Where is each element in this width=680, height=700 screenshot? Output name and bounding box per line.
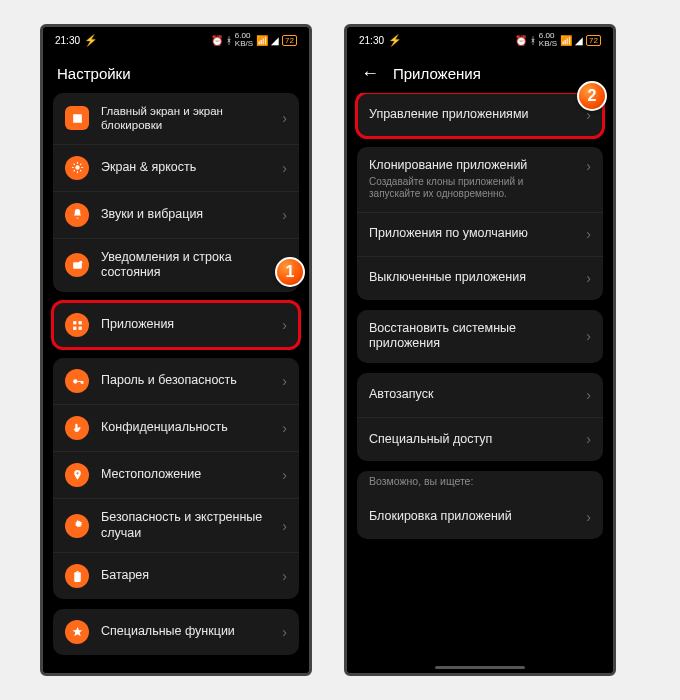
alarm-icon: ⏰ — [211, 35, 223, 46]
page-title: Приложения — [393, 65, 481, 82]
apps-item-clone[interactable]: Клонирование приложений Создавайте клоны… — [357, 147, 603, 212]
signal-sim1-icon: 📶 — [256, 35, 268, 46]
apps-item-manage[interactable]: Управление приложениями › — [357, 93, 603, 137]
bolt-icon: ⚡ — [84, 34, 98, 47]
screenshot-2: 21:30 ⚡ ⏰ ᚼ 6.00KB/S 📶 ◢ 72 ← Приложения… — [344, 24, 616, 676]
settings-item-location[interactable]: Местоположение › — [53, 451, 299, 498]
settings-item-display[interactable]: Экран & яркость › — [53, 144, 299, 191]
chevron-right-icon: › — [282, 207, 287, 223]
key-icon — [65, 369, 89, 393]
apps-item-applock[interactable]: Блокировка приложений › — [357, 495, 603, 539]
battery-icon — [65, 564, 89, 588]
chevron-right-icon: › — [586, 387, 591, 403]
search-hint: Возможно, вы ищете: — [357, 471, 603, 495]
settings-item-apps[interactable]: Приложения › — [53, 302, 299, 348]
status-icons: ⏰ ᚼ 6.00KB/S 📶 ◢ 72 — [211, 32, 297, 48]
settings-item-special-features[interactable]: Специальные функции › — [53, 609, 299, 655]
settings-item-lockscreen[interactable]: Главный экран и экран блокировки › — [53, 93, 299, 144]
chevron-right-icon: › — [282, 420, 287, 436]
chevron-right-icon: › — [586, 158, 591, 174]
svg-point-7 — [73, 379, 77, 383]
star-icon — [65, 620, 89, 644]
row-subtitle: Создавайте клоны приложений и запускайте… — [369, 176, 574, 201]
clock: 21:30 — [359, 35, 384, 46]
chevron-right-icon: › — [586, 270, 591, 286]
bolt-icon: ⚡ — [388, 34, 402, 47]
settings-item-security[interactable]: Безопасность и экстренные случаи › — [53, 498, 299, 552]
signal-sim2-icon: ◢ — [575, 35, 583, 46]
chevron-right-icon: › — [282, 624, 287, 640]
sun-icon — [65, 156, 89, 180]
chevron-right-icon: › — [282, 518, 287, 534]
bluetooth-icon: ᚼ — [226, 35, 232, 46]
highlight-apps: Приложения › — [53, 302, 299, 348]
hand-icon — [65, 416, 89, 440]
svg-rect-3 — [73, 321, 76, 324]
apps-item-restore-system[interactable]: Восстановить системные приложения › — [357, 310, 603, 363]
sos-icon — [65, 514, 89, 538]
page-title-bar: ← Приложения — [347, 53, 613, 93]
bell-icon — [65, 203, 89, 227]
page-title: Настройки — [57, 65, 131, 82]
status-icons: ⏰ ᚼ 6.00KB/S 📶 ◢ 72 — [515, 32, 601, 48]
svg-point-0 — [75, 166, 79, 170]
chevron-right-icon: › — [282, 467, 287, 483]
chevron-right-icon: › — [282, 317, 287, 333]
chevron-right-icon: › — [586, 509, 591, 525]
chevron-right-icon: › — [282, 568, 287, 584]
clock: 21:30 — [55, 35, 80, 46]
status-bar: 21:30 ⚡ ⏰ ᚼ 6.00KB/S 📶 ◢ 72 — [43, 27, 309, 53]
apps-item-autostart[interactable]: Автозапуск › — [357, 373, 603, 417]
svg-rect-5 — [73, 326, 76, 329]
row-title: Клонирование приложений — [369, 158, 527, 172]
pin-icon — [65, 463, 89, 487]
screenshot-1: 21:30 ⚡ ⏰ ᚼ 6.00KB/S 📶 ◢ 72 Настройки Гл… — [40, 24, 312, 676]
back-button[interactable]: ← — [361, 64, 379, 82]
chevron-right-icon: › — [282, 110, 287, 126]
gesture-bar[interactable] — [435, 666, 525, 669]
svg-rect-4 — [78, 321, 81, 324]
page-title-bar: Настройки — [43, 53, 309, 93]
apps-item-disabled[interactable]: Выключенные приложения › — [357, 256, 603, 300]
image-icon — [65, 106, 89, 130]
chevron-right-icon: › — [586, 431, 591, 447]
battery-indicator: 72 — [586, 35, 601, 46]
step-badge-2: 2 — [577, 81, 607, 111]
settings-item-sound[interactable]: Звуки и вибрация › — [53, 191, 299, 238]
svg-rect-9 — [76, 571, 78, 572]
apps-grid-icon — [65, 313, 89, 337]
alarm-icon: ⏰ — [515, 35, 527, 46]
svg-point-2 — [79, 261, 82, 264]
settings-item-notifications[interactable]: Уведомления и строка состояния › — [53, 238, 299, 292]
apps-item-default[interactable]: Приложения по умолчанию › — [357, 212, 603, 256]
notification-badge-icon — [65, 253, 89, 277]
battery-indicator: 72 — [282, 35, 297, 46]
chevron-right-icon: › — [282, 160, 287, 176]
bluetooth-icon: ᚼ — [530, 35, 536, 46]
signal-sim2-icon: ◢ — [271, 35, 279, 46]
status-bar: 21:30 ⚡ ⏰ ᚼ 6.00KB/S 📶 ◢ 72 — [347, 27, 613, 53]
chevron-right-icon: › — [586, 226, 591, 242]
svg-rect-8 — [74, 572, 81, 582]
step-badge-1: 1 — [275, 257, 305, 287]
settings-item-privacy[interactable]: Конфиденциальность › — [53, 404, 299, 451]
apps-item-special-access[interactable]: Специальный доступ › — [357, 417, 603, 461]
signal-sim1-icon: 📶 — [560, 35, 572, 46]
highlight-manage-apps: Управление приложениями › — [357, 93, 603, 137]
chevron-right-icon: › — [586, 328, 591, 344]
settings-item-battery[interactable]: Батарея › — [53, 552, 299, 599]
chevron-right-icon: › — [282, 373, 287, 389]
svg-rect-6 — [78, 326, 81, 329]
settings-item-password[interactable]: Пароль и безопасность › — [53, 358, 299, 404]
